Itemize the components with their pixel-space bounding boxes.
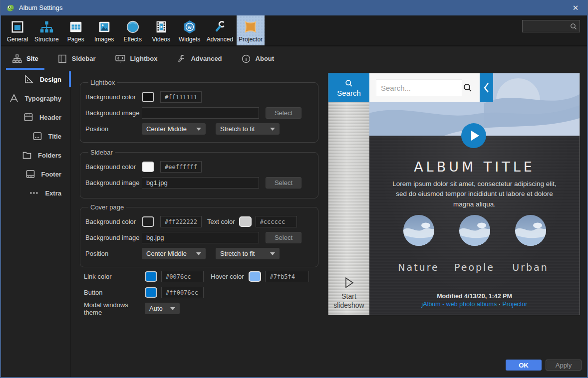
modal-theme-dropdown[interactable]: Auto [145, 303, 180, 314]
ellipsis-icon [28, 188, 39, 198]
ruler-triangle-icon [23, 74, 34, 85]
background-image-input[interactable] [142, 177, 259, 189]
select-image-button[interactable]: Select [266, 107, 301, 119]
chevron-down-icon [270, 128, 275, 131]
nav-item-extra[interactable]: Extra [1, 184, 70, 202]
collapse-search-button[interactable] [480, 73, 493, 102]
preview-search-button[interactable]: Search [328, 73, 369, 102]
sidebar-panel-icon [57, 54, 67, 64]
wrench-icon [176, 54, 186, 64]
text-color-swatch[interactable] [239, 216, 252, 227]
tab-lightbox[interactable]: Lightbox [109, 47, 164, 70]
toolbar-item-structure[interactable]: Structure [32, 15, 61, 45]
background-image-input[interactable] [142, 107, 259, 119]
letter-a-icon [8, 93, 19, 104]
album-description: Lorem ipsum dolor sit amet, consectetur … [379, 179, 570, 209]
projector-link[interactable]: Projector [502, 301, 527, 308]
toolbar-item-effects[interactable]: Effects [119, 15, 146, 45]
background-color-hex-input[interactable] [160, 91, 202, 103]
toolbar-search-box[interactable] [522, 20, 580, 32]
nav-item-label: Header [39, 114, 61, 121]
tab-advanced[interactable]: Advanced [170, 47, 228, 70]
main-toolbar: General Structure Pages Images Effects [1, 15, 587, 46]
nav-item-label: Folders [38, 152, 61, 159]
background-color-hex-input[interactable] [160, 161, 202, 173]
toolbar-item-videos[interactable]: Videos [148, 15, 175, 45]
background-color-label: Background color [85, 93, 142, 101]
nav-item-label: Design [40, 76, 61, 83]
nav-item-label: Title [48, 133, 62, 140]
toolbar-item-projector[interactable]: Projector [237, 15, 265, 45]
position-dropdown[interactable]: Center Middle [142, 123, 206, 135]
toolbar-item-pages[interactable]: Pages [62, 15, 89, 45]
preview-search-input[interactable] [376, 79, 462, 96]
nav-item-folders[interactable]: Folders [1, 146, 70, 165]
button-color-row: Button [84, 287, 204, 298]
button-color-label: Button [84, 289, 145, 296]
window-icon [9, 19, 25, 35]
background-color-hex-input[interactable] [160, 216, 202, 227]
jalbum-logo-icon [6, 3, 15, 12]
toolbar-item-general[interactable]: General [4, 15, 31, 45]
toolbar-item-label: Widgets [179, 36, 200, 43]
select-image-button[interactable]: Select [266, 232, 301, 243]
hover-color-swatch[interactable] [249, 271, 261, 282]
nav-item-label: Typography [25, 95, 61, 102]
apply-button[interactable]: Apply [546, 360, 582, 371]
tab-sidebar[interactable]: Sidebar [51, 47, 102, 70]
folder-thumbnails: Nature People Urban [369, 215, 580, 273]
background-color-label: Background color [85, 163, 142, 171]
toolbar-item-advanced[interactable]: Advanced [205, 15, 235, 45]
position-dropdown[interactable]: Center Middle [142, 248, 206, 259]
folder-thumb-urban[interactable]: Urban [515, 215, 546, 273]
button-color-hex-input[interactable] [161, 287, 204, 298]
link-color-swatch[interactable] [145, 271, 157, 282]
toolbar-item-label: Advanced [207, 36, 233, 43]
preview-footer-links: jAlbum - web photo albums · Projector [369, 301, 580, 308]
background-color-swatch[interactable] [142, 216, 154, 227]
nav-item-header[interactable]: Header [1, 108, 70, 127]
grid-page-icon [68, 19, 84, 35]
folder-thumb-nature[interactable]: Nature [403, 215, 434, 273]
nav-item-footer[interactable]: Footer [1, 165, 70, 184]
ok-button[interactable]: OK [506, 360, 542, 371]
nav-item-label: Extra [45, 189, 61, 197]
link-color-hex-input[interactable] [161, 271, 204, 282]
settings-tab-bar: Site Sidebar Lightbox Advanced About [1, 47, 587, 70]
button-color-swatch[interactable] [145, 287, 157, 298]
chevron-down-icon [196, 252, 201, 255]
toolbar-search-input[interactable] [526, 23, 570, 30]
folder-thumb-people[interactable]: People [459, 215, 490, 273]
toolbar-item-images[interactable]: Images [91, 15, 118, 45]
text-color-hex-input[interactable] [256, 216, 297, 227]
tab-label: Lightbox [130, 55, 158, 62]
start-slideshow-button[interactable]: Startslideshow [328, 276, 369, 315]
search-icon [344, 79, 353, 88]
play-button[interactable] [461, 123, 486, 148]
hover-color-hex-input[interactable] [265, 271, 309, 282]
background-color-swatch[interactable] [142, 92, 154, 102]
select-image-button[interactable]: Select [266, 177, 301, 189]
link-separator: · [499, 301, 501, 308]
tab-site[interactable]: Site [6, 47, 44, 70]
close-icon[interactable]: ✕ [569, 3, 582, 12]
footer-panel-icon [25, 169, 36, 180]
toolbar-item-widgets[interactable]: w Widgets [176, 15, 203, 45]
album-preview: Search Startslideshow ALBUM TITLE Lorem … [328, 73, 580, 315]
scale-dropdown[interactable]: Stretch to fit [216, 123, 280, 135]
scale-dropdown[interactable]: Stretch to fit [216, 248, 280, 259]
tab-about[interactable]: About [235, 47, 281, 70]
nav-item-typography[interactable]: Typography [1, 89, 70, 108]
chevron-down-icon [270, 252, 275, 255]
folder-thumb-label: People [454, 262, 495, 273]
org-tree-icon [38, 19, 54, 35]
search-icon[interactable] [462, 82, 473, 93]
nav-item-title[interactable]: Title [1, 127, 70, 146]
background-color-swatch[interactable] [142, 162, 154, 172]
background-image-input[interactable] [142, 232, 259, 243]
jalbum-link[interactable]: jAlbum - web photo albums [422, 301, 497, 308]
nav-item-design[interactable]: Design [1, 70, 70, 89]
tab-label: Site [26, 55, 38, 62]
album-settings-dialog: Album Settings ✕ General Structure Pages [0, 0, 588, 378]
tab-label: Advanced [191, 55, 222, 62]
